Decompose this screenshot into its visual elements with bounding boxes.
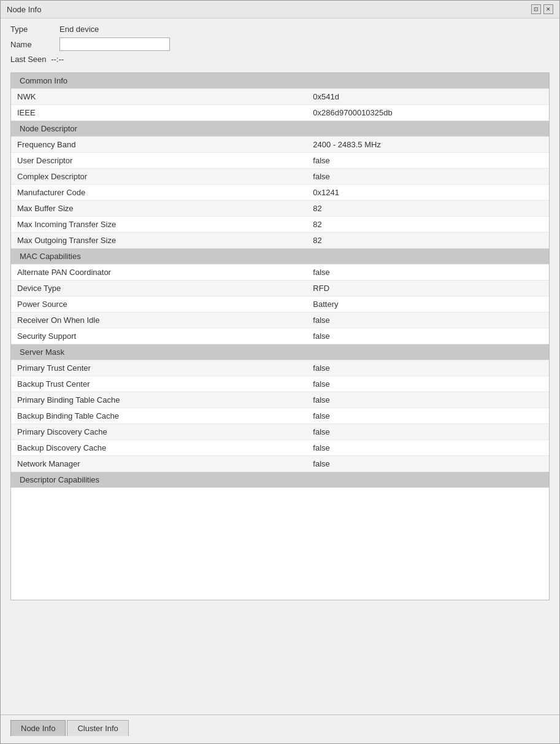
table-row: Complex Descriptorfalse (11, 169, 549, 185)
row-value: false (307, 376, 549, 392)
row-value: false (307, 392, 549, 408)
row-key: IEEE (11, 105, 307, 121)
table-row: Primary Binding Table Cachefalse (11, 392, 549, 408)
table-row: Backup Binding Table Cachefalse (11, 408, 549, 424)
row-key: User Descriptor (11, 153, 307, 169)
header-info: Type End device Name Last Seen --:-- (1, 18, 559, 72)
row-value: 0x286d9700010325db (307, 105, 549, 121)
name-label: Name (10, 40, 53, 49)
name-input[interactable] (59, 37, 170, 51)
row-value: false (307, 153, 549, 169)
row-value: false (307, 456, 549, 472)
row-key: Network Manager (11, 456, 307, 472)
section-header-cell: Descriptor Capabilities (11, 472, 549, 488)
table-row: Max Outgoing Transfer Size82 (11, 233, 549, 249)
window-title: Node Info (7, 5, 41, 14)
row-value: 0x541d (307, 89, 549, 105)
row-key: Device Type (11, 281, 307, 296)
main-window: Node Info ⊡ ✕ Type End device Name Last … (0, 0, 560, 744)
row-key: Primary Trust Center (11, 360, 307, 376)
last-seen-value: --:-- (51, 55, 64, 64)
last-seen-label: Last Seen (10, 55, 47, 64)
row-key: NWK (11, 89, 307, 105)
row-value: 0x1241 (307, 185, 549, 201)
table-row: Manufacturer Code0x1241 (11, 185, 549, 201)
section-header-cell: MAC Capabilities (11, 249, 549, 265)
section-header-cell: Common Info (11, 73, 549, 89)
title-bar: Node Info ⊡ ✕ (1, 1, 559, 18)
data-table-container[interactable]: Common InfoNWK0x541dIEEE0x286d9700010325… (10, 72, 550, 600)
row-value: false (307, 265, 549, 281)
table-row: Backup Trust Centerfalse (11, 376, 549, 392)
table-row: Power SourceBattery (11, 296, 549, 312)
row-value: 82 (307, 217, 549, 233)
table-row: Frequency Band2400 - 2483.5 MHz (11, 137, 549, 153)
row-key: Max Incoming Transfer Size (11, 217, 307, 233)
row-value: false (307, 440, 549, 456)
table-row: NWK0x541d (11, 89, 549, 105)
table-row: Security Supportfalse (11, 328, 549, 344)
row-value: false (307, 360, 549, 376)
name-row: Name (10, 37, 550, 51)
table-row: Max Buffer Size82 (11, 201, 549, 217)
section-header-cell: Node Descriptor (11, 121, 549, 137)
table-row: Alternate PAN Coordinatorfalse (11, 265, 549, 281)
tab-node-info[interactable]: Node Info (10, 720, 66, 736)
row-key: Frequency Band (11, 137, 307, 153)
row-key: Backup Binding Table Cache (11, 408, 307, 424)
row-key: Power Source (11, 296, 307, 312)
row-value: 82 (307, 201, 549, 217)
section-header-cell: Server Mask (11, 344, 549, 360)
row-value: Battery (307, 296, 549, 312)
row-value: 82 (307, 233, 549, 249)
last-seen-row: Last Seen --:-- (10, 55, 550, 64)
row-value: false (307, 328, 549, 344)
type-row: Type End device (10, 25, 550, 34)
row-value: 2400 - 2483.5 MHz (307, 137, 549, 153)
row-value: false (307, 169, 549, 185)
bottom-spacer (1, 736, 559, 743)
row-key: Backup Trust Center (11, 376, 307, 392)
table-row: Receiver On When Idlefalse (11, 312, 549, 328)
table-row: Primary Discovery Cachefalse (11, 424, 549, 440)
row-key: Security Support (11, 328, 307, 344)
type-label: Type (10, 25, 53, 34)
row-value: false (307, 424, 549, 440)
row-key: Receiver On When Idle (11, 312, 307, 328)
window-controls: ⊡ ✕ (531, 4, 553, 14)
row-key: Primary Discovery Cache (11, 424, 307, 440)
row-key: Manufacturer Code (11, 185, 307, 201)
table-row: Device TypeRFD (11, 281, 549, 296)
row-key: Primary Binding Table Cache (11, 392, 307, 408)
table-row: IEEE0x286d9700010325db (11, 105, 549, 121)
table-row: Backup Discovery Cachefalse (11, 440, 549, 456)
table-row: Network Managerfalse (11, 456, 549, 472)
close-button[interactable]: ✕ (543, 4, 553, 14)
row-value: false (307, 312, 549, 328)
tabs-bar: Node Info Cluster Info (1, 715, 559, 736)
table-row: Primary Trust Centerfalse (11, 360, 549, 376)
row-key: Backup Discovery Cache (11, 440, 307, 456)
tab-cluster-info[interactable]: Cluster Info (67, 720, 128, 736)
row-value: false (307, 408, 549, 424)
table-row: User Descriptorfalse (11, 153, 549, 169)
row-key: Alternate PAN Coordinator (11, 265, 307, 281)
type-value: End device (59, 25, 99, 34)
row-key: Max Outgoing Transfer Size (11, 233, 307, 249)
row-key: Complex Descriptor (11, 169, 307, 185)
restore-button[interactable]: ⊡ (531, 4, 541, 14)
data-table: Common InfoNWK0x541dIEEE0x286d9700010325… (11, 73, 549, 488)
row-value: RFD (307, 281, 549, 296)
table-row: Max Incoming Transfer Size82 (11, 217, 549, 233)
row-key: Max Buffer Size (11, 201, 307, 217)
